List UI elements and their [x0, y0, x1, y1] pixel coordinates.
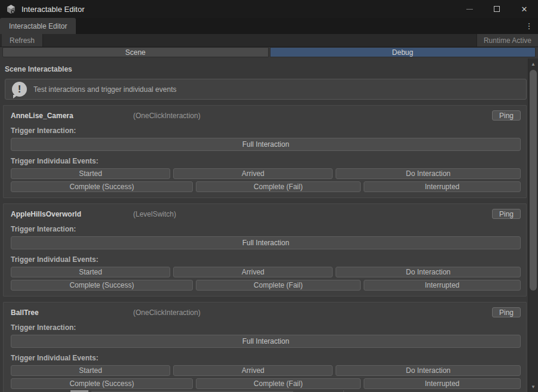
unity-cube-icon: [6, 4, 16, 14]
scroll-down-icon[interactable]: ▼: [528, 382, 538, 391]
interactable-name: AppleHillsOverworld: [11, 210, 133, 218]
info-message: Test interactions and trigger individual…: [33, 85, 176, 94]
page-title: Scene Interactables: [5, 65, 528, 73]
trigger-events-label: Trigger Individual Events:: [11, 354, 521, 362]
info-icon: !: [12, 82, 27, 97]
event-button-row: Complete (Success) Complete (Fail) Inter…: [11, 378, 521, 389]
event-button-row: Complete (Success) Complete (Fail) Inter…: [11, 280, 521, 291]
complete-fail-button[interactable]: Complete (Fail): [196, 280, 361, 291]
complete-success-button[interactable]: Complete (Success): [11, 280, 193, 291]
complete-success-button[interactable]: Complete (Success): [11, 181, 193, 192]
do-interaction-button[interactable]: Do Interaction: [336, 365, 521, 376]
trigger-interaction-label: Trigger Interaction:: [11, 126, 521, 135]
trigger-events-label: Trigger Individual Events:: [11, 157, 521, 165]
tab-interactable-editor[interactable]: Interactable Editor: [0, 18, 76, 34]
maximize-icon: [494, 6, 500, 12]
arrived-button[interactable]: Arrived: [173, 267, 333, 277]
interactable-section: AnneLise_Camera (OneClickInteraction) Pi…: [3, 105, 527, 198]
event-button-row: Complete (Success) Complete (Fail) Inter…: [11, 181, 521, 192]
ping-button[interactable]: Ping: [492, 307, 521, 317]
section-header: AppleHillsOverworld (LevelSwitch) Ping: [11, 209, 521, 219]
ping-button[interactable]: Ping: [492, 110, 521, 121]
interactable-type: (LevelSwitch): [133, 210, 492, 218]
section-header: BallTree (OneClickInteraction) Ping: [11, 307, 521, 317]
complete-fail-button[interactable]: Complete (Fail): [196, 181, 361, 192]
interactable-section: BallTree (OneClickInteraction) Ping Trig…: [3, 302, 527, 392]
close-icon: ✕: [521, 5, 528, 13]
ping-button[interactable]: Ping: [492, 209, 521, 219]
refresh-button[interactable]: Refresh: [2, 34, 43, 47]
interactable-type: (OneClickInteraction): [133, 308, 492, 317]
full-interaction-button[interactable]: Full Interaction: [11, 335, 521, 348]
interrupted-button[interactable]: Interrupted: [364, 181, 521, 192]
event-button-row: Started Arrived Do Interaction: [11, 267, 521, 277]
arrived-button[interactable]: Arrived: [173, 365, 333, 376]
view-toggle-group: Scene Debug: [0, 47, 538, 58]
window-controls: ✕: [456, 0, 538, 18]
complete-fail-button[interactable]: Complete (Fail): [196, 378, 361, 389]
kebab-menu-icon[interactable]: ⋮: [524, 18, 534, 34]
complete-success-button[interactable]: Complete (Success): [11, 378, 193, 389]
interrupted-button[interactable]: Interrupted: [364, 280, 521, 291]
trigger-events-label: Trigger Individual Events:: [11, 255, 521, 264]
scene-interactables-panel: Scene Interactables ! Test interactions …: [0, 58, 528, 392]
runtime-active-status[interactable]: Runtime Active: [476, 34, 538, 47]
event-button-row: Started Arrived Do Interaction: [11, 365, 521, 376]
maximize-button[interactable]: [483, 0, 511, 18]
minimize-button[interactable]: [456, 0, 483, 18]
scrollbar-thumb[interactable]: [530, 70, 537, 291]
info-helpbox: ! Test interactions and trigger individu…: [5, 79, 527, 100]
toolbar: Refresh Runtime Active: [0, 34, 538, 47]
interrupted-button[interactable]: Interrupted: [364, 378, 521, 389]
full-interaction-button[interactable]: Full Interaction: [11, 138, 521, 151]
interactable-name: BallTree: [11, 308, 133, 317]
do-interaction-button[interactable]: Do Interaction: [336, 267, 521, 277]
started-button[interactable]: Started: [11, 365, 170, 376]
event-button-row: Started Arrived Do Interaction: [11, 168, 521, 179]
interactable-name: AnneLise_Camera: [11, 112, 133, 120]
vertical-scrollbar[interactable]: ▲ ▼: [528, 58, 538, 392]
arrived-button[interactable]: Arrived: [173, 168, 333, 179]
window-title: Interactable Editor: [21, 5, 85, 14]
trigger-interaction-label: Trigger Interaction:: [11, 225, 521, 233]
interactable-section: AppleHillsOverworld (LevelSwitch) Ping T…: [3, 203, 527, 297]
full-interaction-button[interactable]: Full Interaction: [11, 236, 521, 249]
do-interaction-button[interactable]: Do Interaction: [336, 168, 521, 179]
started-button[interactable]: Started: [11, 267, 170, 277]
section-header: AnneLise_Camera (OneClickInteraction) Pi…: [11, 110, 521, 121]
window-titlebar: Interactable Editor ✕: [0, 0, 538, 18]
editor-tab-bar: Interactable Editor ⋮: [0, 18, 538, 34]
tab-scene[interactable]: Scene: [2, 47, 269, 57]
interactable-type: (OneClickInteraction): [133, 112, 492, 120]
trigger-interaction-label: Trigger Interaction:: [11, 323, 521, 332]
clipped-next-section: [0, 390, 528, 392]
close-button[interactable]: ✕: [511, 0, 538, 18]
minimize-icon: [466, 9, 473, 10]
tab-label: Interactable Editor: [9, 22, 67, 30]
started-button[interactable]: Started: [11, 168, 170, 179]
scroll-up-icon[interactable]: ▲: [528, 60, 538, 68]
tab-debug[interactable]: Debug: [270, 47, 536, 57]
